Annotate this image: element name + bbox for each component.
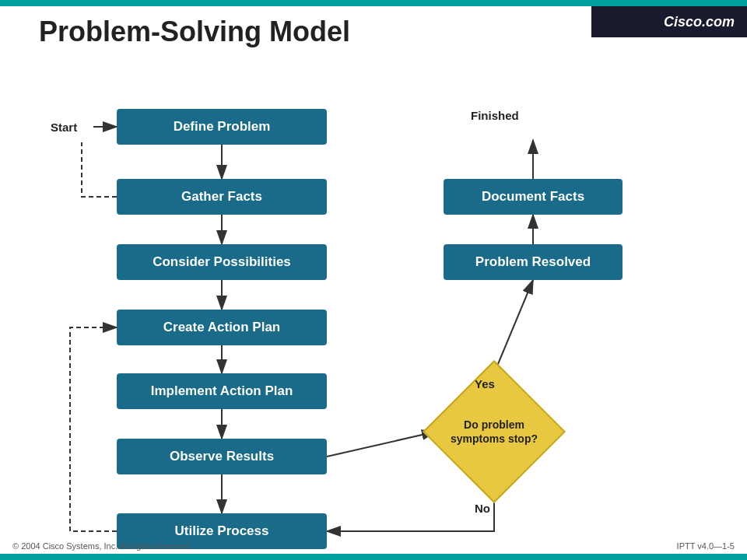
problem-resolved-box: Problem Resolved xyxy=(444,244,622,280)
document-facts-box: Document Facts xyxy=(444,179,622,215)
footer-bar xyxy=(0,554,747,560)
top-bar xyxy=(0,0,747,6)
observe-results-box: Observe Results xyxy=(117,439,327,474)
page-title: Problem-Solving Model xyxy=(39,16,350,48)
start-label: Start xyxy=(51,121,77,134)
diagram: Define Problem Gather Facts Consider Pos… xyxy=(0,70,747,537)
decision-diamond: Do problem symptoms stop? xyxy=(436,373,552,490)
svg-line-10 xyxy=(494,280,533,373)
footer-copyright: © 2004 Cisco Systems, Inc. All rights re… xyxy=(12,541,191,551)
svg-line-8 xyxy=(327,432,436,457)
flow-arrows xyxy=(0,70,747,537)
cisco-header: Cisco.com xyxy=(591,6,747,37)
implement-action-plan-box: Implement Action Plan xyxy=(117,373,327,409)
no-label: No xyxy=(475,502,490,515)
create-action-plan-box: Create Action Plan xyxy=(117,310,327,345)
footer-version: IPTT v4.0—1-5 xyxy=(677,541,735,551)
consider-possibilities-box: Consider Possibilities xyxy=(117,244,327,280)
cisco-logo: Cisco.com xyxy=(664,14,735,30)
finished-label: Finished xyxy=(471,109,519,122)
gather-facts-box: Gather Facts xyxy=(117,179,327,215)
diamond-label: Do problem symptoms stop? xyxy=(444,381,545,482)
define-problem-box: Define Problem xyxy=(117,109,327,145)
